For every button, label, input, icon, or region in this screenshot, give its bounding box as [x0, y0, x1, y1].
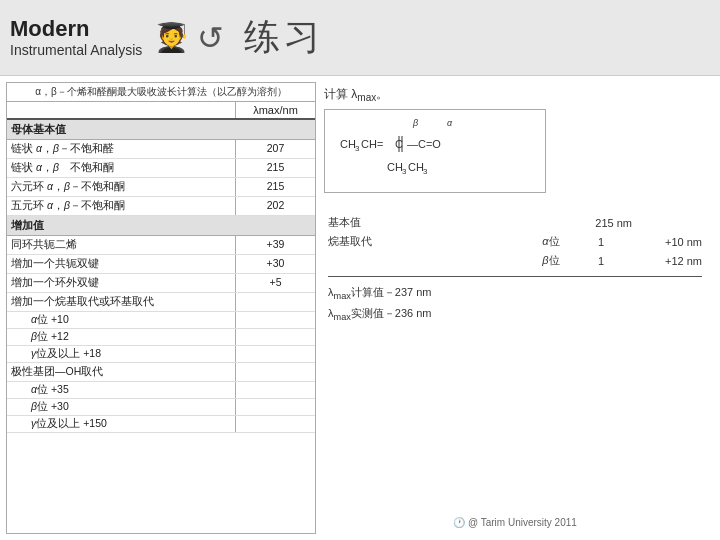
alpha-count-cell: 1 [566, 232, 636, 251]
right-title: 计算 λmax。 [324, 86, 706, 103]
svg-text:3: 3 [355, 144, 360, 153]
actual-result-row: λmax实测值－236 nm [324, 304, 706, 324]
header: Modern Instrumental Analysis 🧑‍🎓 ↺ 练习 [0, 0, 720, 76]
row-9-sub1-value [235, 382, 315, 398]
row-9-sub2-label: β位 +30 [7, 399, 235, 415]
row-4-label: 五元环 α，β－不饱和酮 [7, 197, 235, 215]
footer-text: @ Tarim University 2011 [468, 517, 577, 528]
footer-icon: 🕐 [453, 517, 465, 528]
alpha-value-cell: +10 nm [636, 232, 706, 251]
row-8-sub2-label: β位 +12 [7, 329, 235, 345]
row-4: 五元环 α，β－不饱和酮 202 [7, 197, 315, 216]
row-9-sub3-value [235, 416, 315, 432]
row-9-label: 极性基团—OH取代 [7, 363, 235, 381]
alpha-pos-label: α位 [536, 232, 566, 251]
calc-row-substituent: 烷基取代 α位 1 +10 nm [324, 232, 706, 251]
row-8-sub3: γ位及以上 +18 [7, 346, 315, 363]
row-8-sub1-value [235, 312, 315, 328]
row-1: 链状 α，β－不饱和醛 207 [7, 140, 315, 159]
row-9-sub1: α位 +35 [7, 382, 315, 399]
row-9-value [235, 363, 315, 381]
row-5-value: +39 [235, 236, 315, 254]
modern-text: Modern [10, 16, 142, 42]
row-8-sub3-label: γ位及以上 +18 [7, 346, 235, 362]
row-8-sub1-label: α位 +10 [7, 312, 235, 328]
row-8-label: 增加一个烷基取代或环基取代 [7, 293, 235, 311]
calc-result-row: λmax计算值－237 nm [324, 283, 706, 303]
row-3-value: 215 [235, 178, 315, 196]
svg-text:CH=: CH= [361, 138, 383, 150]
row-9-sub1-label: α位 +35 [7, 382, 235, 398]
row-2-label: 链状 α，β 不饱和酮 [7, 159, 235, 177]
substituent-label: 烷基取代 [324, 232, 536, 251]
row-9-sub2-value [235, 399, 315, 415]
row-6-label: 增加一个共轭双键 [7, 255, 235, 273]
calc-result-label: λmax计算值－237 nm [324, 283, 706, 303]
divider-row [324, 270, 706, 283]
instrumental-text: Instrumental Analysis [10, 42, 142, 59]
svg-text:CH: CH [387, 161, 403, 173]
calc-row-beta: β位 1 +12 nm [324, 251, 706, 270]
svg-text:CH: CH [340, 138, 356, 150]
left-panel: α，β－个烯和醛酮最大吸收波长计算法（以乙醇为溶剂） λmax/nm 母体基本值… [6, 82, 316, 534]
base-count [536, 213, 566, 232]
row-6-value: +30 [235, 255, 315, 273]
row-8-sub2-value [235, 329, 315, 345]
svg-text:—C=O: —C=O [407, 138, 441, 150]
row-6: 增加一个共轭双键 +30 [7, 255, 315, 274]
molecule-svg: β α CH 3 CH= C —C=O CH 3 CH 3 [335, 116, 535, 186]
molecule-box: β α CH 3 CH= C —C=O CH 3 CH 3 [324, 109, 546, 193]
row-4-value: 202 [235, 197, 315, 215]
row-8-sub3-value [235, 346, 315, 362]
row-5: 同环共轭二烯 +39 [7, 236, 315, 255]
logo-icon: 🧑‍🎓 [154, 21, 189, 54]
row-8-sub2: β位 +12 [7, 329, 315, 346]
svg-text:3: 3 [402, 167, 407, 176]
row-1-label: 链状 α，β－不饱和醛 [7, 140, 235, 158]
table-title: α，β－个烯和醛酮最大吸收波长计算法（以乙醇为溶剂） [7, 83, 315, 102]
row-8-sub1: α位 +10 [7, 312, 315, 329]
beta-pos-label: β位 [536, 251, 566, 270]
arrow-icon: ↺ [197, 19, 224, 57]
main-content: α，β－个烯和醛酮最大吸收波长计算法（以乙醇为溶剂） λmax/nm 母体基本值… [0, 76, 720, 540]
row-7-value: +5 [235, 274, 315, 292]
base-value: 215 nm [566, 213, 636, 232]
beta-value-cell: +12 nm [636, 251, 706, 270]
section-header-1: 母体基本值 [7, 120, 315, 140]
row-9-sub3-label: γ位及以上 +150 [7, 416, 235, 432]
svg-text:CH: CH [408, 161, 424, 173]
row-9-sub3: γ位及以上 +150 [7, 416, 315, 433]
row-9-sub2: β位 +30 [7, 399, 315, 416]
row-3: 六元环 α，β－不饱和酮 215 [7, 178, 315, 197]
row-2-value: 215 [235, 159, 315, 177]
right-panel: 计算 λmax。 β α CH 3 CH= C —C=O CH 3 [316, 82, 714, 534]
row-7-label: 增加一个环外双键 [7, 274, 235, 292]
base-label: 基本值 [324, 213, 536, 232]
table-header-row: λmax/nm [7, 102, 315, 120]
row-2: 链状 α，β 不饱和酮 215 [7, 159, 315, 178]
col-value-header: λmax/nm [235, 102, 315, 118]
actual-result-label: λmax实测值－236 nm [324, 304, 706, 324]
svg-text:3: 3 [423, 167, 428, 176]
svg-text:β: β [412, 118, 418, 128]
calc-row-base: 基本值 215 nm [324, 213, 706, 232]
svg-text:α: α [447, 118, 453, 128]
row-1-value: 207 [235, 140, 315, 158]
col-label-header [7, 102, 235, 118]
footer: 🕐 @ Tarim University 2011 [453, 517, 577, 528]
row-9: 极性基团—OH取代 [7, 363, 315, 382]
beta-empty [324, 251, 536, 270]
calc-table: 基本值 215 nm 烷基取代 α位 1 +10 nm β位 1 +12 nm [324, 213, 706, 323]
beta-count-cell: 1 [566, 251, 636, 270]
row-5-label: 同环共轭二烯 [7, 236, 235, 254]
row-8-value [235, 293, 315, 311]
page-title: 练习 [244, 13, 324, 62]
row-8: 增加一个烷基取代或环基取代 [7, 293, 315, 312]
row-3-label: 六元环 α，β－不饱和酮 [7, 178, 235, 196]
header-logo: Modern Instrumental Analysis [10, 16, 142, 59]
row-7: 增加一个环外双键 +5 [7, 274, 315, 293]
section-header-2: 增加值 [7, 216, 315, 236]
